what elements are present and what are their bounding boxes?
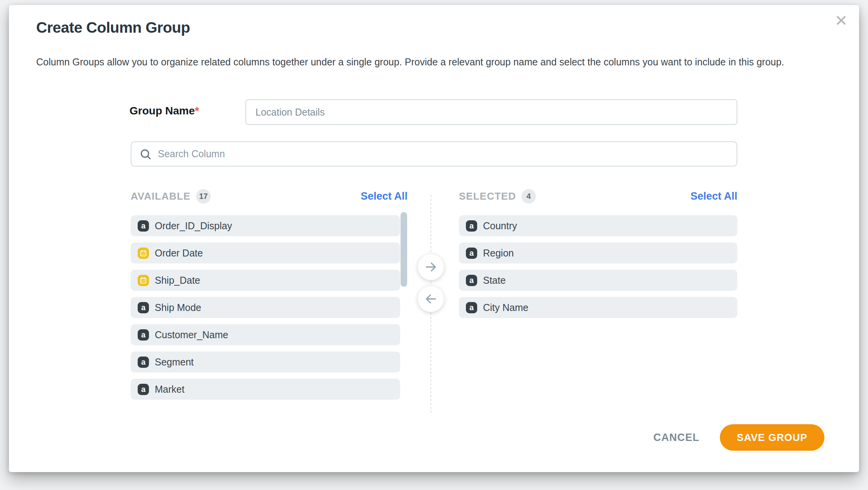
dialog-description: Column Groups allow you to organize rela… xyxy=(36,53,804,71)
create-column-group-dialog: ✕ Create Column Group Column Groups allo… xyxy=(9,5,859,472)
column-item-label: Order_ID_Display xyxy=(155,220,232,232)
move-right-button[interactable] xyxy=(418,254,444,280)
dialog-title: Create Column Group xyxy=(36,19,190,36)
group-name-label-text: Group Name xyxy=(130,105,195,117)
column-item-label: Order Date xyxy=(155,248,203,259)
dialog-footer: CANCEL SAVE GROUP xyxy=(653,424,824,451)
column-item[interactable]: a Country xyxy=(459,215,737,236)
text-column-icon: a xyxy=(138,357,149,368)
column-item[interactable]: a City Name xyxy=(459,297,737,318)
text-column-icon: a xyxy=(466,248,477,259)
selected-label: SELECTED xyxy=(459,190,516,202)
column-item[interactable]: a State xyxy=(459,270,737,291)
column-item[interactable]: Ship_Date xyxy=(131,270,400,291)
column-item[interactable]: a Order_ID_Display xyxy=(131,215,400,236)
text-column-icon: a xyxy=(138,329,149,341)
search-input[interactable] xyxy=(158,148,729,160)
column-item[interactable]: a Segment xyxy=(131,351,400,372)
column-item[interactable]: a Region xyxy=(459,242,737,263)
move-left-button[interactable] xyxy=(418,286,444,312)
available-count-badge: 17 xyxy=(196,189,211,204)
cancel-button[interactable]: CANCEL xyxy=(653,432,700,444)
arrow-right-icon xyxy=(424,260,438,274)
available-label: AVAILABLE xyxy=(131,190,191,202)
date-column-icon xyxy=(138,248,149,259)
column-item-label: Country xyxy=(483,220,517,232)
arrow-left-icon xyxy=(424,292,438,306)
available-list-scrollbar[interactable] xyxy=(401,212,407,287)
available-list: a Order_ID_Display Order Date xyxy=(131,215,400,406)
column-item[interactable]: Order Date xyxy=(131,242,400,263)
text-column-icon: a xyxy=(466,302,477,313)
column-item[interactable]: a Market xyxy=(131,379,400,400)
column-item-label: Customer_Name xyxy=(155,329,228,341)
required-asterisk: * xyxy=(195,105,199,117)
column-item-label: Ship Mode xyxy=(155,302,201,313)
text-column-icon: a xyxy=(138,302,149,313)
selected-header: SELECTED 4 Select All xyxy=(459,187,737,205)
column-item-label: Region xyxy=(483,248,514,259)
search-box[interactable] xyxy=(131,141,737,167)
selected-select-all-link[interactable]: Select All xyxy=(690,190,737,202)
text-column-icon: a xyxy=(138,220,149,232)
available-header: AVAILABLE 17 Select All xyxy=(131,187,408,205)
available-select-all-link[interactable]: Select All xyxy=(360,190,408,202)
text-column-icon: a xyxy=(466,275,477,286)
column-item-label: State xyxy=(483,275,506,286)
close-icon[interactable]: ✕ xyxy=(830,10,852,32)
column-item[interactable]: a Customer_Name xyxy=(131,324,400,345)
date-column-icon xyxy=(138,275,149,286)
save-group-button[interactable]: SAVE GROUP xyxy=(720,424,824,451)
column-item-label: City Name xyxy=(483,302,528,313)
column-item-label: Ship_Date xyxy=(155,275,200,286)
group-name-label: Group Name* xyxy=(130,105,199,117)
column-item-label: Segment xyxy=(155,357,194,368)
group-name-input[interactable] xyxy=(245,99,737,125)
search-icon xyxy=(139,148,152,160)
text-column-icon: a xyxy=(138,384,149,395)
column-item[interactable]: a Ship Mode xyxy=(131,297,400,318)
column-item-label: Market xyxy=(155,384,184,395)
selected-count-badge: 4 xyxy=(522,189,536,204)
selected-list: a Country a Region a State a City Name xyxy=(459,215,737,324)
text-column-icon: a xyxy=(466,220,477,232)
